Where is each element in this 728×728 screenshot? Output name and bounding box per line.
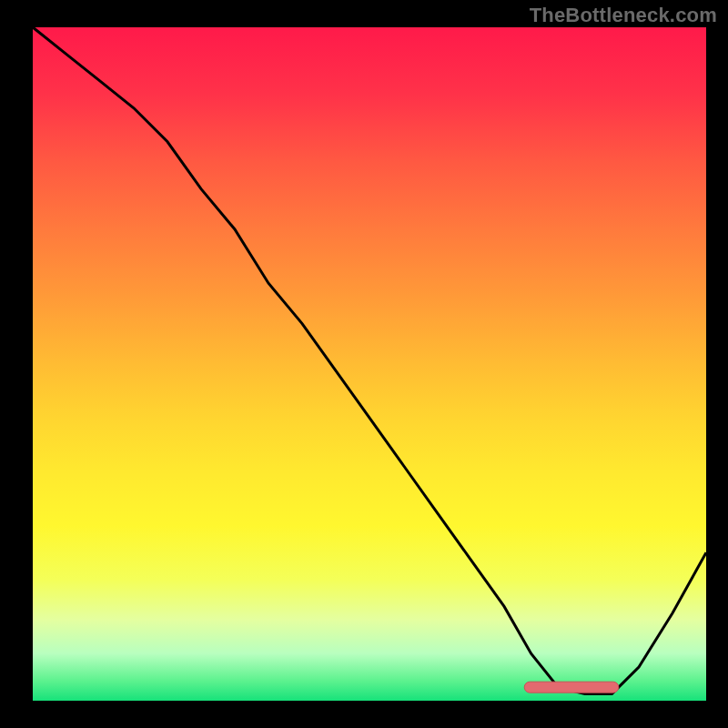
- chart-container: { "watermark": "TheBottleneck.com", "col…: [0, 0, 728, 728]
- flat-bottom-marker: [524, 682, 619, 693]
- chart-plot-bg: [33, 27, 706, 701]
- bottleneck-chart: [0, 0, 728, 728]
- watermark-text: TheBottleneck.com: [530, 4, 717, 27]
